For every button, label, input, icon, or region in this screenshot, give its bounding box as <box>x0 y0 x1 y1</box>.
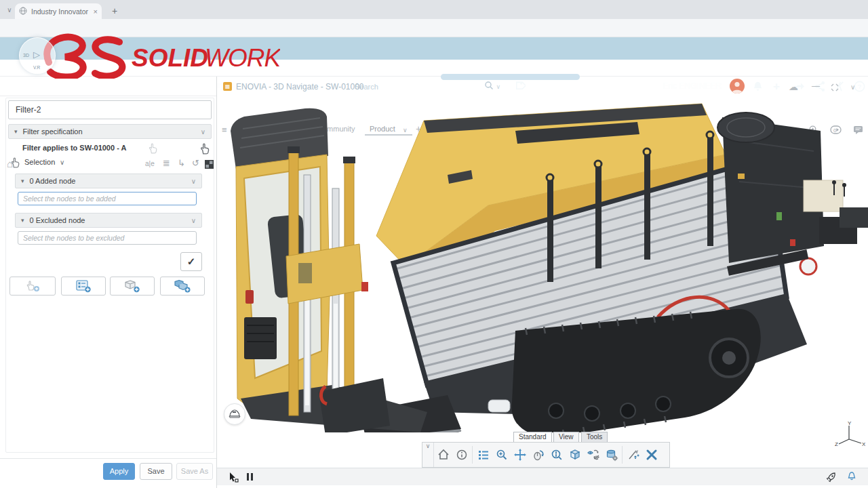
cloud-icon[interactable]: ☁ <box>789 81 798 92</box>
chevron-down-icon: ∨ <box>191 217 196 224</box>
tab-close-icon[interactable]: × <box>94 7 98 16</box>
ghost-hand-icon <box>148 142 158 157</box>
caret-down-icon: ▾ <box>21 217 24 224</box>
iso-view-cube-icon[interactable] <box>566 446 584 464</box>
panel-footer-divider <box>0 458 216 459</box>
pause-icon[interactable] <box>247 473 253 481</box>
new-tab-button[interactable]: + <box>108 5 121 17</box>
section-explode-icon[interactable] <box>624 446 642 464</box>
user-name[interactable]: Eric ENGINEER <box>656 81 722 91</box>
browser-tab[interactable]: Industry Innovator × <box>15 3 102 19</box>
toolbar-tab-tools[interactable]: Tools <box>581 432 608 443</box>
tab-title: Industry Innovator <box>31 7 90 16</box>
selection-label[interactable]: Selection <box>24 158 55 166</box>
add-content-icon[interactable]: + <box>773 80 787 94</box>
compass-play-badge[interactable]: 3D ▷ V.R <box>19 37 56 74</box>
axis-triad: Y X Z <box>834 420 865 458</box>
application-window: ∨ Industry Innovator × + ← → ↻ 3dexperie… <box>0 0 868 488</box>
caret-down-icon: ▾ <box>14 128 18 135</box>
tab-search-chevron-icon[interactable]: ∨ <box>4 5 15 16</box>
chevron-down-icon: ∨ <box>201 128 205 136</box>
play-icon: ▷ <box>33 49 40 60</box>
toolbar-separator <box>622 446 623 464</box>
toolbar-separator <box>472 446 473 464</box>
zoom-window-icon[interactable] <box>547 446 566 464</box>
list-add-button[interactable] <box>61 277 106 296</box>
cursor-hand-icon <box>199 142 210 157</box>
filter-specification-header[interactable]: ▾ Filter specification ∨ <box>8 124 212 139</box>
rotate-mouse-icon[interactable] <box>529 446 547 464</box>
notification-bell-status-icon[interactable] <box>846 471 857 485</box>
excluded-node-label: 0 Excluded node <box>30 216 85 224</box>
selection-hand-icon <box>10 157 20 171</box>
browser-tab-strip: ∨ Industry Innovator × + <box>0 0 868 19</box>
added-node-header[interactable]: ▾ 0 Added node ∨ <box>15 174 202 188</box>
avatar[interactable] <box>730 79 745 94</box>
machine-engine-module <box>717 113 868 276</box>
added-node-label: 0 Added node <box>30 177 76 185</box>
toolbar-tab-standard[interactable]: Standard <box>513 432 552 443</box>
close-x-icon[interactable] <box>642 446 660 464</box>
selection-chevron-icon[interactable]: ∨ <box>60 159 64 166</box>
select-cursor-icon[interactable] <box>228 472 239 485</box>
select-add-button[interactable] <box>9 277 56 296</box>
axis-y-label: Y <box>848 420 852 426</box>
badge-vr-label: V.R <box>33 65 40 70</box>
search-icon[interactable] <box>484 81 494 93</box>
database-settings-icon[interactable] <box>602 446 620 464</box>
save-as-button[interactable]: Save As <box>176 463 213 480</box>
zoom-in-icon[interactable] <box>492 446 511 464</box>
search-input[interactable] <box>355 83 484 91</box>
svg-text:?: ? <box>858 83 861 90</box>
globe-icon <box>19 5 27 18</box>
axis-x-label: X <box>862 441 865 447</box>
machine-model <box>224 94 868 432</box>
chevron-down-icon: ∨ <box>191 178 196 185</box>
save-button[interactable]: Save <box>140 463 172 480</box>
filter-applies-label: Filter applies to SW-01000 - A <box>22 144 126 152</box>
3d-viewport-canvas[interactable] <box>224 94 868 432</box>
viewer-status-bar <box>217 468 868 485</box>
info-icon[interactable] <box>452 446 471 464</box>
dashboard-nav-row: Advanced Filter ∧ ≡ Content Tasks Commun… <box>0 60 868 77</box>
part-add-button[interactable] <box>110 277 155 296</box>
axis-z-label: Z <box>835 441 838 447</box>
caret-down-icon: ▾ <box>21 178 24 184</box>
minimize-icon[interactable]: — <box>812 81 820 91</box>
enovia-app-icon: ▦ <box>223 82 232 91</box>
notification-bell-icon[interactable] <box>751 80 765 94</box>
widget-drag-handle[interactable] <box>441 74 580 80</box>
toolbar-collapse-chevron-icon[interactable]: ∨ <box>422 443 434 467</box>
model-tree-icon[interactable] <box>474 446 492 464</box>
panel-toolbar: ⌂ a|e ≣ ↳ ↺ <box>0 77 216 96</box>
safety-helmet-button[interactable] <box>224 403 245 425</box>
pan-icon[interactable] <box>511 446 529 464</box>
viewer-home-icon[interactable] <box>434 446 452 464</box>
validate-check-button[interactable]: ✓ <box>180 252 202 271</box>
global-search[interactable]: ∨ <box>349 79 505 94</box>
show-hide-icon[interactable] <box>584 446 602 464</box>
toolbar-tab-view[interactable]: View <box>553 432 579 443</box>
maximize-icon[interactable] <box>831 83 839 94</box>
excluded-node-header[interactable]: ▾ 0 Excluded node ∨ <box>15 213 202 228</box>
assembly-add-button[interactable] <box>160 277 205 296</box>
browser-address-bar: ← → ↻ 3dexperience.com <box>0 19 868 37</box>
viewport-menu-chevron-icon[interactable]: ∨ <box>850 83 855 91</box>
platform-top-bar: 3S 3DEXPERIENCE | 3DDashboard - Industry… <box>0 37 868 60</box>
3dplay-rocket-icon[interactable] <box>826 472 837 485</box>
tag-icon[interactable] <box>513 80 527 94</box>
excluded-node-input[interactable] <box>18 231 197 245</box>
viewer-toolbar: ∨ <box>422 442 670 468</box>
search-scope-chevron-icon[interactable]: ∨ <box>494 83 502 90</box>
added-node-input[interactable] <box>18 192 197 205</box>
badge-3d-label: 3D <box>23 53 29 58</box>
viewport-title: ENOVIA - 3D Navigate - SW-01000 <box>236 82 364 92</box>
filter-specification-label: Filter specification <box>23 127 83 136</box>
apply-button[interactable]: Apply <box>103 463 135 480</box>
filter-name-field[interactable]: Filter-2 <box>8 100 212 119</box>
